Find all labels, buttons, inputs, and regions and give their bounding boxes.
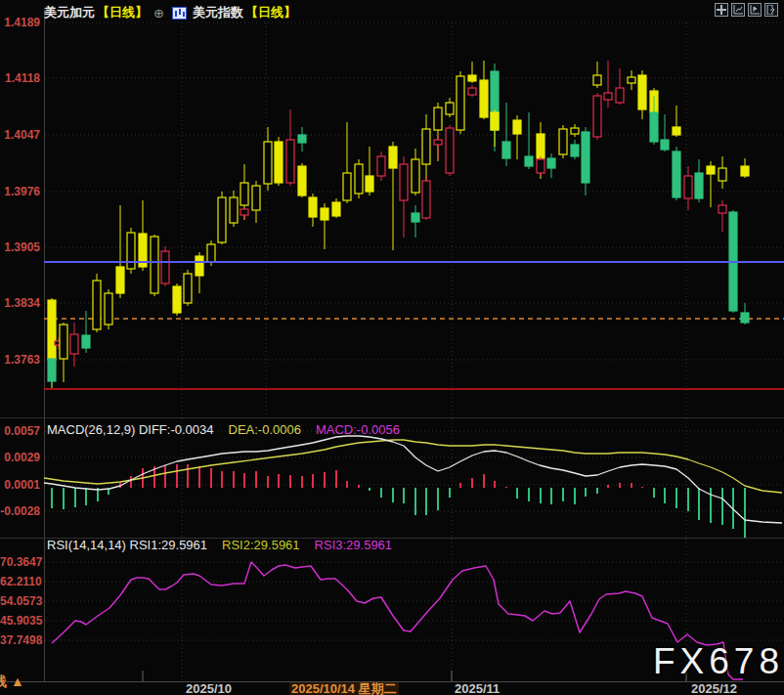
move-tool-button[interactable] — [715, 3, 728, 17]
axis-chart-icon — [733, 5, 743, 15]
candle-body — [286, 140, 294, 183]
candle-body — [741, 313, 749, 323]
candle-body — [502, 142, 510, 158]
candle-body — [321, 208, 328, 220]
compare-symbol-period[interactable]: 【日线】 — [245, 4, 296, 22]
fx678-watermark: FX678 — [653, 641, 784, 682]
candle-body — [650, 112, 658, 142]
candle-body — [434, 108, 442, 130]
trading-chart-window: 美元加元【日线】⊕ 美元指数【日线】 — [0, 0, 784, 695]
candle-body — [741, 166, 749, 176]
rsi-axis-label: 70.3647 — [0, 556, 40, 569]
y-axis-scale-button[interactable] — [731, 3, 745, 17]
candle-body — [707, 166, 715, 174]
candle-body — [457, 76, 464, 130]
candle-body — [434, 140, 442, 145]
rsi-label-row: RSI(14,14,14) RSI1:29.5961 RSI2:29.5961 … — [47, 538, 392, 552]
compare-symbol-name[interactable]: 美元指数 — [193, 4, 243, 22]
macd-axis-label: -0.0028 — [0, 505, 40, 518]
candle-body — [491, 112, 499, 130]
candle-body — [218, 197, 226, 242]
price-axis-label: 1.3976 — [0, 186, 40, 198]
compare-chart-icon — [172, 7, 187, 20]
candle-body — [82, 335, 90, 348]
axis-flag-icon — [750, 5, 760, 15]
macd-axis-label: 0.0057 — [0, 425, 40, 438]
candle-body — [638, 75, 646, 109]
macd-axis-label: 0.0029 — [0, 452, 40, 464]
candle-body — [196, 256, 203, 276]
candle-body — [161, 251, 169, 283]
price-axis-label: 1.3763 — [0, 354, 40, 367]
rsi3-value: RSI3:29.5961 — [315, 538, 393, 552]
month-label[interactable]: 2025/12 — [691, 682, 737, 695]
candle-body — [593, 96, 601, 137]
macd-title: MACD(26,12,9) DIFF:-0.0034 — [47, 422, 214, 437]
candle-body — [719, 168, 726, 181]
candle-body — [70, 334, 78, 354]
candle-body — [661, 140, 669, 150]
candle-body — [593, 75, 601, 85]
price-axis-label: 1.4189 — [0, 17, 40, 29]
symbol-name[interactable]: 美元加元 — [44, 4, 95, 22]
candle-body — [264, 142, 272, 184]
candle-body — [673, 127, 680, 135]
move-cross-icon — [717, 5, 726, 15]
candle-body — [127, 233, 135, 269]
candle-body — [240, 209, 248, 215]
exit-view-button[interactable] — [764, 3, 778, 17]
candle-body — [240, 183, 248, 205]
corner-period-label: 线 ▲ — [0, 673, 24, 691]
chart-toolbar — [715, 3, 778, 17]
candle-body — [207, 244, 215, 262]
macd-label-row: MACD(26,12,9) DIFF:-0.0034 DEA:-0.0006 M… — [47, 422, 400, 437]
candle-body — [695, 173, 703, 198]
candle-body — [446, 103, 454, 114]
candle-body — [547, 158, 555, 168]
candle-body — [151, 237, 158, 293]
candle-body — [184, 274, 192, 303]
candle-body — [480, 80, 488, 117]
candle-body — [309, 197, 317, 217]
selected-date-label[interactable]: 2025/10/14 星期二 — [289, 682, 399, 695]
month-label[interactable]: 2025/10 — [186, 682, 232, 695]
candle-body — [48, 300, 56, 360]
candle-body — [571, 128, 579, 134]
candle-body — [525, 156, 533, 166]
candle-body — [412, 159, 419, 193]
chart-canvas[interactable] — [0, 0, 784, 695]
candle-body — [673, 152, 680, 197]
macd-macd-value: MACD:-0.0056 — [316, 422, 400, 437]
rsi-axis-label: 54.0573 — [0, 595, 40, 608]
candle-body — [93, 281, 101, 329]
candle-body — [422, 129, 430, 164]
rsi-axis-label: 45.9035 — [0, 615, 40, 628]
price-axis-label: 1.4118 — [0, 72, 40, 85]
candle-body — [604, 93, 612, 100]
price-axis-label: 1.3834 — [0, 297, 40, 310]
x-axis-scale-button[interactable] — [748, 3, 762, 17]
macd-dea-value: DEA:-0.0006 — [229, 422, 301, 437]
candle-body — [298, 135, 306, 143]
chart-header: 美元加元【日线】⊕ 美元指数【日线】 — [44, 4, 296, 22]
candle-body — [252, 186, 260, 210]
candle-body — [582, 132, 589, 183]
symbol-period[interactable]: 【日线】 — [97, 4, 148, 22]
candle-body — [377, 156, 385, 176]
rsi-title: RSI(14,14,14) RSI1:29.5961 — [47, 538, 207, 552]
month-label[interactable]: 2025/11 — [455, 682, 500, 695]
candle-body — [298, 166, 306, 195]
rsi-line — [52, 562, 743, 679]
overlay-plus-icon: ⊕ — [153, 6, 164, 21]
candle-body — [48, 359, 56, 381]
candle-body — [105, 293, 112, 325]
exit-door-icon — [766, 5, 776, 15]
candle-body — [230, 197, 238, 223]
candle-body — [559, 129, 567, 154]
candle-body — [116, 267, 124, 293]
rsi-axis-label: 37.7498 — [0, 634, 40, 647]
candle-body — [513, 120, 521, 134]
candle-body — [366, 176, 373, 192]
candle-body — [389, 147, 397, 168]
candle-body — [468, 88, 476, 95]
